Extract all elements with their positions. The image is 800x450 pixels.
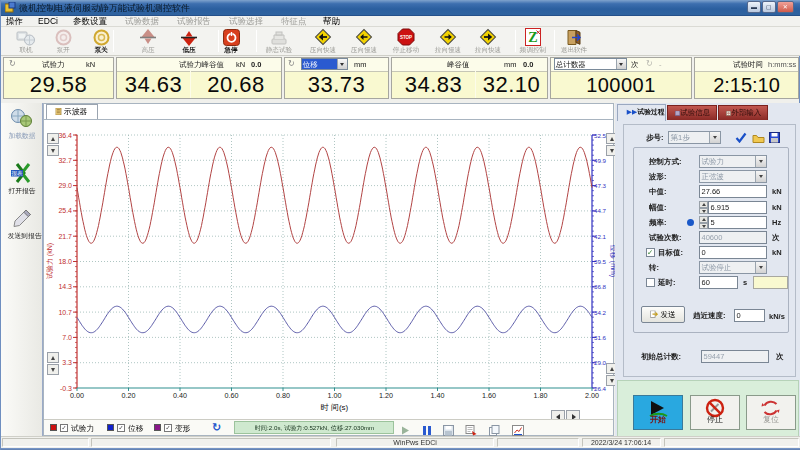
- toolbar-button-label: 停止移动: [391, 47, 420, 53]
- field-spinner[interactable]: [699, 216, 708, 229]
- close-button[interactable]: ✕: [777, 1, 794, 13]
- toolbar-button-static-test[interactable]: 静态试验: [257, 28, 301, 55]
- confirm-icon[interactable]: [735, 132, 747, 143]
- legend-checkbox[interactable]: ✓: [117, 424, 125, 432]
- toolbar-button-compress-fast[interactable]: 压向快速: [301, 28, 345, 55]
- stop-button[interactable]: 停止: [690, 395, 740, 430]
- chevron-down-icon[interactable]: [755, 171, 766, 182]
- legend-checkbox[interactable]: ✓: [164, 424, 172, 432]
- save-record-icon[interactable]: [443, 422, 455, 434]
- toolbar-separator: [256, 30, 257, 52]
- initial-count-input[interactable]: 59447: [701, 350, 769, 363]
- menu-item-7[interactable]: 特征点: [276, 15, 312, 27]
- refresh-icon[interactable]: ↻: [288, 59, 295, 68]
- menu-item-8[interactable]: 帮助: [318, 15, 345, 27]
- pause-icon[interactable]: [422, 422, 434, 434]
- save-icon[interactable]: [769, 132, 780, 143]
- play-icon[interactable]: [400, 422, 412, 434]
- field-label: 幅值:: [649, 204, 667, 213]
- menu-item-3[interactable]: 参数设置: [68, 15, 112, 27]
- display-force: ↻ 试验力 kN 29.58: [3, 57, 114, 99]
- refresh-icon[interactable]: ↻: [9, 59, 16, 68]
- field-input[interactable]: 0: [699, 246, 767, 259]
- reset-button[interactable]: 复位: [746, 395, 796, 430]
- approach-speed-input[interactable]: 0: [734, 309, 765, 322]
- toolbar-button-stop-move[interactable]: STOP停止移动: [384, 28, 428, 55]
- replay-icon[interactable]: ↻: [212, 421, 221, 434]
- print-icon[interactable]: [465, 422, 477, 434]
- chevron-down-icon[interactable]: [755, 156, 766, 167]
- display-channel-peak-value: 34.83: [392, 71, 475, 98]
- legend-checkbox[interactable]: ✓: [60, 424, 68, 432]
- field-select[interactable]: 正弦波: [699, 170, 767, 183]
- toolbar-button-frequency-control[interactable]: Z频调控制: [511, 28, 555, 55]
- sidebar-button-1[interactable]: 加载数据: [1, 107, 43, 143]
- step-select[interactable]: 第1步: [668, 131, 721, 144]
- tab-test-info[interactable]: 试验信息: [667, 105, 717, 120]
- chevron-down-icon[interactable]: [337, 59, 347, 69]
- field-checkbox[interactable]: ✓: [646, 248, 655, 257]
- toolbar-button-pump-off[interactable]: 泵关: [79, 28, 123, 55]
- menu-item-2[interactable]: EDCi: [33, 16, 63, 25]
- sidebar-button-3[interactable]: 发送到报告: [1, 207, 43, 243]
- menu-item-6[interactable]: 试验选择: [224, 15, 268, 27]
- field-input[interactable]: 27.66: [699, 185, 767, 198]
- display-time: 试验时间 h:mm:ss 2:15:10: [694, 57, 799, 99]
- channel-select[interactable]: 位移: [301, 58, 348, 70]
- tab-oscilloscope[interactable]: 示波器: [46, 104, 98, 119]
- tab-external-input[interactable]: 外部输入: [718, 105, 768, 120]
- svg-text:0.20: 0.20: [122, 391, 136, 400]
- svg-text:0.40: 0.40: [173, 391, 187, 400]
- export-chart-icon[interactable]: [512, 422, 524, 434]
- chevron-down-icon[interactable]: [616, 59, 626, 69]
- toolbar-button-high-pressure[interactable]: 高压: [126, 28, 170, 55]
- field-select[interactable]: 试验力: [699, 155, 767, 168]
- send-report-icon: [1, 207, 43, 233]
- field-input[interactable]: 5: [708, 216, 767, 229]
- open-folder-icon[interactable]: [752, 133, 765, 143]
- toolbar-separator: [218, 30, 219, 52]
- input-icon: [725, 111, 730, 116]
- toolbar-button-compress-slow[interactable]: 压向慢速: [342, 28, 386, 55]
- legend-label: 变形: [175, 424, 191, 433]
- field-input[interactable]: 6.915: [708, 201, 767, 214]
- toolbar-button-tension-slow[interactable]: 拉向慢速: [426, 28, 470, 55]
- svg-text:18.0: 18.0: [58, 258, 72, 265]
- field-checkbox[interactable]: [646, 278, 655, 287]
- send-button[interactable]: 发送: [641, 306, 685, 323]
- refresh-icon[interactable]: ↻: [646, 59, 653, 68]
- toolbar-button-label: 静态试验: [264, 47, 293, 53]
- start-button[interactable]: 开始: [633, 395, 683, 430]
- display-channel-peaks-label: 峰谷值: [447, 60, 470, 68]
- chevron-down-icon[interactable]: [709, 132, 720, 143]
- sidebar-button-2[interactable]: 报表打开报告: [1, 162, 43, 198]
- toolbar-button-exit[interactable]: 退出软件: [552, 28, 596, 55]
- tab-external-input-label: 外部输入: [731, 108, 761, 116]
- menu-item-4[interactable]: 试验数据: [120, 15, 164, 27]
- title-bar: 微机控制电液伺服动静万能试验机测控软件 ▬ ▢ ✕: [1, 0, 800, 16]
- field-input[interactable]: 40600: [699, 231, 767, 244]
- chart-status-box: 时间:2.0s, 试验力:0.527kN, 位移:27.030mm: [234, 421, 394, 434]
- toolbar-button-tension-fast[interactable]: 拉向快速: [466, 28, 510, 55]
- counter-select[interactable]: 总计数器: [554, 58, 627, 70]
- field-input[interactable]: 60: [699, 276, 738, 289]
- chevron-down-icon[interactable]: [755, 262, 766, 273]
- menu-item-5[interactable]: 试验报告: [172, 15, 216, 27]
- field-row-2: 波形:正弦波: [615, 170, 800, 184]
- left-axis-lower-spinner[interactable]: [47, 352, 59, 376]
- maximize-button[interactable]: ▢: [762, 1, 776, 13]
- copy-icon[interactable]: [489, 422, 501, 434]
- display-force-peaks-label: 试验力峰谷值: [179, 60, 224, 68]
- left-axis-upper-spinner[interactable]: [47, 133, 59, 157]
- menu-item-1[interactable]: 操作: [1, 15, 28, 27]
- tab-test-process[interactable]: ▶▶试验过程: [617, 104, 666, 121]
- legend-swatch: [50, 424, 57, 431]
- toolbar-button-low-pressure[interactable]: 低压: [167, 28, 211, 55]
- sidebar-button-label: 加载数据: [8, 133, 37, 140]
- legend-swatch: [107, 424, 114, 431]
- field-spinner[interactable]: [699, 201, 708, 214]
- field-label: 控制方式:: [649, 158, 682, 167]
- minimize-button[interactable]: ▬: [747, 1, 761, 13]
- toolbar-button-emergency-stop[interactable]: 急停: [209, 28, 253, 55]
- field-select[interactable]: 试验停止: [699, 261, 767, 274]
